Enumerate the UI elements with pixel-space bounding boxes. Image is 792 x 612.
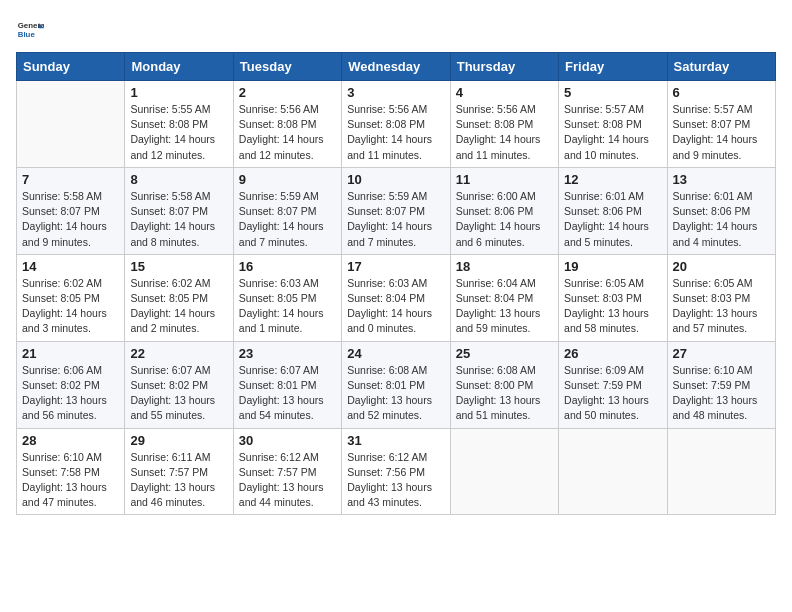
weekday-tuesday: Tuesday: [233, 53, 341, 81]
day-number: 31: [347, 433, 444, 448]
calendar-cell: 31Sunrise: 6:12 AM Sunset: 7:56 PM Dayli…: [342, 428, 450, 515]
calendar-cell: 12Sunrise: 6:01 AM Sunset: 8:06 PM Dayli…: [559, 167, 667, 254]
day-info: Sunrise: 6:08 AM Sunset: 8:01 PM Dayligh…: [347, 363, 444, 424]
day-info: Sunrise: 6:02 AM Sunset: 8:05 PM Dayligh…: [130, 276, 227, 337]
weekday-saturday: Saturday: [667, 53, 775, 81]
calendar-cell: 22Sunrise: 6:07 AM Sunset: 8:02 PM Dayli…: [125, 341, 233, 428]
calendar-cell: 27Sunrise: 6:10 AM Sunset: 7:59 PM Dayli…: [667, 341, 775, 428]
day-info: Sunrise: 6:11 AM Sunset: 7:57 PM Dayligh…: [130, 450, 227, 511]
calendar-cell: 8Sunrise: 5:58 AM Sunset: 8:07 PM Daylig…: [125, 167, 233, 254]
day-info: Sunrise: 5:58 AM Sunset: 8:07 PM Dayligh…: [22, 189, 119, 250]
day-number: 29: [130, 433, 227, 448]
day-number: 17: [347, 259, 444, 274]
calendar-cell: [559, 428, 667, 515]
day-info: Sunrise: 6:01 AM Sunset: 8:06 PM Dayligh…: [673, 189, 770, 250]
weekday-wednesday: Wednesday: [342, 53, 450, 81]
day-number: 15: [130, 259, 227, 274]
weekday-monday: Monday: [125, 53, 233, 81]
day-number: 13: [673, 172, 770, 187]
calendar-cell: 15Sunrise: 6:02 AM Sunset: 8:05 PM Dayli…: [125, 254, 233, 341]
day-number: 26: [564, 346, 661, 361]
calendar-cell: 13Sunrise: 6:01 AM Sunset: 8:06 PM Dayli…: [667, 167, 775, 254]
day-number: 18: [456, 259, 553, 274]
day-number: 7: [22, 172, 119, 187]
weekday-friday: Friday: [559, 53, 667, 81]
day-info: Sunrise: 5:59 AM Sunset: 8:07 PM Dayligh…: [239, 189, 336, 250]
day-info: Sunrise: 5:59 AM Sunset: 8:07 PM Dayligh…: [347, 189, 444, 250]
day-info: Sunrise: 5:56 AM Sunset: 8:08 PM Dayligh…: [239, 102, 336, 163]
day-info: Sunrise: 6:04 AM Sunset: 8:04 PM Dayligh…: [456, 276, 553, 337]
calendar-cell: 24Sunrise: 6:08 AM Sunset: 8:01 PM Dayli…: [342, 341, 450, 428]
day-number: 20: [673, 259, 770, 274]
calendar-cell: 20Sunrise: 6:05 AM Sunset: 8:03 PM Dayli…: [667, 254, 775, 341]
week-row-1: 1Sunrise: 5:55 AM Sunset: 8:08 PM Daylig…: [17, 81, 776, 168]
calendar-table: SundayMondayTuesdayWednesdayThursdayFrid…: [16, 52, 776, 515]
day-info: Sunrise: 6:12 AM Sunset: 7:57 PM Dayligh…: [239, 450, 336, 511]
calendar-cell: 7Sunrise: 5:58 AM Sunset: 8:07 PM Daylig…: [17, 167, 125, 254]
day-info: Sunrise: 5:58 AM Sunset: 8:07 PM Dayligh…: [130, 189, 227, 250]
day-info: Sunrise: 5:57 AM Sunset: 8:07 PM Dayligh…: [673, 102, 770, 163]
weekday-sunday: Sunday: [17, 53, 125, 81]
day-info: Sunrise: 5:56 AM Sunset: 8:08 PM Dayligh…: [456, 102, 553, 163]
calendar-cell: 17Sunrise: 6:03 AM Sunset: 8:04 PM Dayli…: [342, 254, 450, 341]
day-number: 24: [347, 346, 444, 361]
calendar-body: 1Sunrise: 5:55 AM Sunset: 8:08 PM Daylig…: [17, 81, 776, 515]
calendar-cell: 25Sunrise: 6:08 AM Sunset: 8:00 PM Dayli…: [450, 341, 558, 428]
day-number: 8: [130, 172, 227, 187]
day-number: 5: [564, 85, 661, 100]
day-info: Sunrise: 6:07 AM Sunset: 8:02 PM Dayligh…: [130, 363, 227, 424]
calendar-cell: 29Sunrise: 6:11 AM Sunset: 7:57 PM Dayli…: [125, 428, 233, 515]
logo: General Blue: [16, 16, 48, 44]
day-info: Sunrise: 6:06 AM Sunset: 8:02 PM Dayligh…: [22, 363, 119, 424]
calendar-cell: 14Sunrise: 6:02 AM Sunset: 8:05 PM Dayli…: [17, 254, 125, 341]
day-number: 22: [130, 346, 227, 361]
day-info: Sunrise: 6:10 AM Sunset: 7:58 PM Dayligh…: [22, 450, 119, 511]
day-info: Sunrise: 6:03 AM Sunset: 8:05 PM Dayligh…: [239, 276, 336, 337]
day-info: Sunrise: 5:57 AM Sunset: 8:08 PM Dayligh…: [564, 102, 661, 163]
week-row-3: 14Sunrise: 6:02 AM Sunset: 8:05 PM Dayli…: [17, 254, 776, 341]
calendar-cell: 30Sunrise: 6:12 AM Sunset: 7:57 PM Dayli…: [233, 428, 341, 515]
calendar-cell: 4Sunrise: 5:56 AM Sunset: 8:08 PM Daylig…: [450, 81, 558, 168]
day-number: 9: [239, 172, 336, 187]
day-number: 23: [239, 346, 336, 361]
day-number: 12: [564, 172, 661, 187]
day-info: Sunrise: 6:09 AM Sunset: 7:59 PM Dayligh…: [564, 363, 661, 424]
day-info: Sunrise: 6:08 AM Sunset: 8:00 PM Dayligh…: [456, 363, 553, 424]
day-number: 14: [22, 259, 119, 274]
day-number: 28: [22, 433, 119, 448]
day-number: 19: [564, 259, 661, 274]
svg-text:Blue: Blue: [18, 30, 36, 39]
day-info: Sunrise: 6:05 AM Sunset: 8:03 PM Dayligh…: [564, 276, 661, 337]
calendar-cell: [450, 428, 558, 515]
calendar-cell: 23Sunrise: 6:07 AM Sunset: 8:01 PM Dayli…: [233, 341, 341, 428]
calendar-cell: 28Sunrise: 6:10 AM Sunset: 7:58 PM Dayli…: [17, 428, 125, 515]
week-row-4: 21Sunrise: 6:06 AM Sunset: 8:02 PM Dayli…: [17, 341, 776, 428]
week-row-2: 7Sunrise: 5:58 AM Sunset: 8:07 PM Daylig…: [17, 167, 776, 254]
day-info: Sunrise: 5:55 AM Sunset: 8:08 PM Dayligh…: [130, 102, 227, 163]
calendar-cell: 6Sunrise: 5:57 AM Sunset: 8:07 PM Daylig…: [667, 81, 775, 168]
calendar-cell: 10Sunrise: 5:59 AM Sunset: 8:07 PM Dayli…: [342, 167, 450, 254]
calendar-cell: 9Sunrise: 5:59 AM Sunset: 8:07 PM Daylig…: [233, 167, 341, 254]
day-number: 27: [673, 346, 770, 361]
calendar-cell: 2Sunrise: 5:56 AM Sunset: 8:08 PM Daylig…: [233, 81, 341, 168]
calendar-cell: 11Sunrise: 6:00 AM Sunset: 8:06 PM Dayli…: [450, 167, 558, 254]
calendar-cell: [667, 428, 775, 515]
day-number: 4: [456, 85, 553, 100]
calendar-cell: 1Sunrise: 5:55 AM Sunset: 8:08 PM Daylig…: [125, 81, 233, 168]
weekday-header-row: SundayMondayTuesdayWednesdayThursdayFrid…: [17, 53, 776, 81]
calendar-cell: 16Sunrise: 6:03 AM Sunset: 8:05 PM Dayli…: [233, 254, 341, 341]
logo-icon: General Blue: [16, 16, 44, 44]
header: General Blue: [16, 16, 776, 44]
calendar-cell: 18Sunrise: 6:04 AM Sunset: 8:04 PM Dayli…: [450, 254, 558, 341]
day-number: 1: [130, 85, 227, 100]
calendar-cell: 21Sunrise: 6:06 AM Sunset: 8:02 PM Dayli…: [17, 341, 125, 428]
day-info: Sunrise: 6:03 AM Sunset: 8:04 PM Dayligh…: [347, 276, 444, 337]
day-number: 10: [347, 172, 444, 187]
day-info: Sunrise: 6:05 AM Sunset: 8:03 PM Dayligh…: [673, 276, 770, 337]
day-info: Sunrise: 6:07 AM Sunset: 8:01 PM Dayligh…: [239, 363, 336, 424]
day-number: 16: [239, 259, 336, 274]
day-number: 30: [239, 433, 336, 448]
calendar-cell: 19Sunrise: 6:05 AM Sunset: 8:03 PM Dayli…: [559, 254, 667, 341]
day-number: 3: [347, 85, 444, 100]
day-info: Sunrise: 6:01 AM Sunset: 8:06 PM Dayligh…: [564, 189, 661, 250]
